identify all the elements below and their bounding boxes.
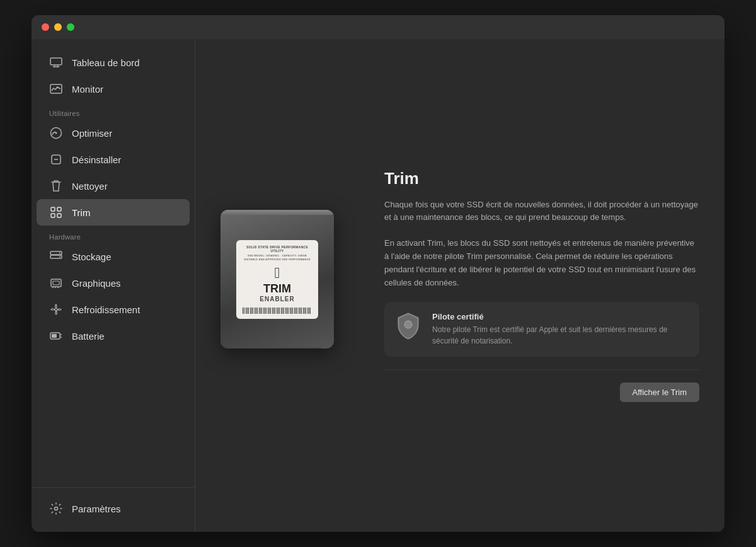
sidebar-item-refroidissement[interactable]: Refroidissement [37,296,190,323]
sidebar-item-label: Batterie [72,331,105,342]
ssd-connector [233,347,321,348]
sidebar-item-trim[interactable]: Trim [37,199,190,226]
sidebar-bottom: Paramètres [32,487,195,522]
sidebar-item-label: Optimiser [72,128,112,139]
main-inner: SOLID STATE DRIVE PERFORMANCE UTILITY SS… [220,169,699,403]
chart-icon [49,82,63,96]
ssd-barcode [243,308,312,314]
certified-driver-card: Pilote certifié Notre pilote Trim est ce… [384,302,699,357]
close-button[interactable] [42,23,49,31]
description-paragraph-1: Chaque fois que votre SSD écrit de nouve… [384,199,699,225]
svg-rect-26 [52,334,57,338]
trash-icon [49,179,63,193]
svg-point-15 [59,253,60,254]
ssd-top-text: SOLID STATE DRIVE PERFORMANCE UTILITY SS… [243,245,312,262]
svg-rect-11 [51,214,55,217]
sidebar-item-label: Paramètres [72,504,121,514]
card-text: Notre pilote Trim est certifié par Apple… [432,324,689,347]
afficher-trim-button[interactable]: Afficher le Trim [620,383,699,402]
storage-icon [49,250,63,263]
sidebar-item-label: Monitor [72,84,103,95]
svg-point-22 [55,308,57,311]
sidebar-item-label: Graphiques [72,278,121,289]
sidebar-item-label: Désinstaller [72,154,121,165]
titlebar [32,15,724,39]
svg-rect-9 [51,207,55,211]
sidebar-item-nettoyer[interactable]: Nettoyer [37,173,190,199]
content-area: Tableau de bord Monitor Utilitaires [32,39,724,532]
gpu-icon [49,276,63,290]
sidebar: Tableau de bord Monitor Utilitaires [32,39,195,532]
grid-icon [49,205,63,219]
monitor-icon [49,55,63,69]
sidebar-item-label: Trim [72,207,90,218]
sidebar-item-parametres[interactable]: Paramètres [37,495,190,522]
sidebar-item-label: Tableau de bord [72,57,140,68]
svg-rect-12 [57,214,61,217]
sidebar-item-batterie[interactable]: Batterie [37,323,190,349]
settings-icon [49,502,63,515]
svg-point-27 [55,507,58,510]
info-panel: Trim Chaque fois que votre SSD écrit de … [384,169,699,403]
shield-icon [394,312,422,340]
battery-icon [49,329,63,343]
card-content: Pilote certifié Notre pilote Trim est ce… [432,312,689,347]
sidebar-item-tableau-de-bord[interactable]: Tableau de bord [37,49,190,76]
app-icon [49,153,63,166]
gauge-icon [49,126,63,140]
app-window: Tableau de bord Monitor Utilitaires [32,15,724,532]
sidebar-section-utilitaires: Utilitaires [32,102,195,120]
apple-logo-icon:  [275,265,280,280]
svg-rect-18 [53,281,59,285]
sidebar-item-desinstaller[interactable]: Désinstaller [37,146,190,173]
svg-point-16 [59,256,60,258]
sidebar-item-label: Refroidissement [72,304,140,315]
svg-point-6 [55,132,57,134]
svg-point-28 [404,321,412,328]
sidebar-item-monitor[interactable]: Monitor [37,76,190,102]
ssd-body: SOLID STATE DRIVE PERFORMANCE UTILITY SS… [220,210,334,348]
sidebar-item-label: Stockage [72,251,112,262]
page-title: Trim [384,169,699,188]
fan-icon [49,302,63,316]
card-title: Pilote certifié [432,312,689,321]
svg-rect-0 [50,58,62,65]
sidebar-item-graphiques[interactable]: Graphiques [37,270,190,296]
sidebar-item-stockage[interactable]: Stockage [37,243,190,270]
minimize-button[interactable] [54,23,62,31]
traffic-lights [42,23,74,31]
sidebar-section-hardware: Hardware [32,226,195,243]
main-content: SOLID STATE DRIVE PERFORMANCE UTILITY SS… [195,39,724,532]
sidebar-item-label: Nettoyer [72,181,108,192]
svg-rect-10 [57,207,61,211]
ssd-trim-label: TRIM [263,283,291,294]
description-paragraph-2: En activant Trim, les blocs du SSD sont … [384,237,699,289]
sidebar-item-optimiser[interactable]: Optimiser [37,120,190,146]
maximize-button[interactable] [67,23,74,31]
ssd-enabler-label: ENABLER [260,296,294,302]
divider [384,369,699,370]
ssd-label: SOLID STATE DRIVE PERFORMANCE UTILITY SS… [236,240,318,319]
ssd-illustration: SOLID STATE DRIVE PERFORMANCE UTILITY SS… [220,210,346,361]
